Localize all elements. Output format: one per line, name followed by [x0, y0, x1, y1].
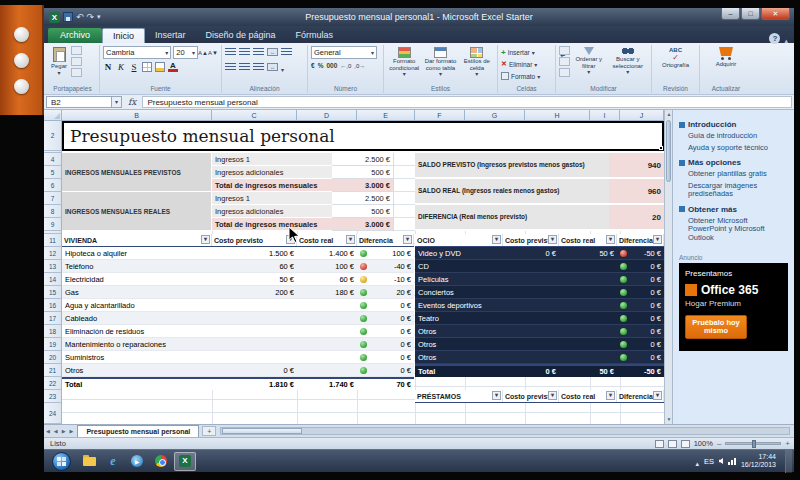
cell[interactable]: 0 € — [357, 327, 414, 336]
taskpane-link[interactable]: Ayuda y soporte técnico — [688, 144, 788, 153]
name-box[interactable]: B2 — [46, 96, 112, 108]
format-cells-button[interactable]: Formato — [501, 70, 552, 82]
cell[interactable]: Conciertos — [415, 288, 503, 297]
table-header-cell[interactable]: Diferencia — [357, 234, 414, 246]
filter-icon[interactable] — [346, 235, 355, 244]
thousands-format-icon[interactable] — [326, 62, 337, 69]
maximize-button[interactable] — [741, 8, 760, 20]
excel-app-icon[interactable]: X — [49, 12, 60, 23]
currency-format-icon[interactable] — [311, 62, 315, 69]
start-button[interactable] — [52, 452, 71, 471]
office365-ad[interactable]: Presentamos Office 365 Hogar Premium Pru… — [679, 263, 788, 351]
row-header[interactable]: 19 — [44, 338, 62, 351]
cell[interactable]: 0 € — [357, 301, 414, 310]
table-header-cell[interactable]: Diferencia — [617, 390, 664, 402]
cell[interactable]: 0 € — [617, 327, 664, 336]
conditional-formatting-button[interactable]: Formato condicional — [387, 46, 421, 78]
cell[interactable]: 0 € — [617, 275, 664, 284]
font-size-select[interactable]: 20 — [173, 46, 198, 59]
cell[interactable]: 0 € — [357, 353, 414, 362]
bezel-button[interactable] — [14, 27, 29, 42]
cell[interactable]: 2.500 € — [332, 192, 394, 205]
fx-icon[interactable]: fx — [122, 97, 142, 107]
cell[interactable]: Eliminación de residuos — [62, 327, 212, 336]
percent-format-icon[interactable] — [318, 62, 324, 69]
cut-icon[interactable] — [71, 46, 82, 55]
font-color-icon[interactable] — [168, 62, 178, 72]
cell[interactable]: 50 € — [212, 275, 297, 284]
cell[interactable]: 20 — [609, 205, 664, 231]
column-header[interactable]: F — [415, 110, 465, 121]
wrap-text-icon[interactable] — [281, 48, 292, 56]
decrease-font-icon[interactable]: A▼ — [208, 50, 218, 56]
align-top-icon[interactable] — [225, 48, 236, 56]
page-layout-view-icon[interactable] — [668, 440, 677, 448]
save-icon[interactable] — [63, 12, 73, 22]
table-row[interactable]: Otros 0 € 0 € — [62, 364, 414, 377]
column-header[interactable]: D — [297, 110, 357, 121]
taskbar-icon-explorer[interactable] — [78, 452, 100, 471]
tab-insertar[interactable]: Insertar — [145, 28, 196, 43]
taskpane-link[interactable]: Obtener Microsoft PowerPoint y Microsoft… — [688, 217, 788, 243]
row-header[interactable]: 22 — [44, 377, 62, 390]
scroll-up-icon[interactable] — [665, 110, 673, 119]
tab-formulas[interactable]: Fórmulas — [286, 28, 344, 43]
row-header[interactable]: 23 — [44, 390, 62, 403]
table-row[interactable]: Agua y alcantarillado 0 € — [62, 299, 414, 312]
column-header[interactable]: H — [525, 110, 590, 121]
cell[interactable]: 0 € — [357, 366, 414, 375]
cell[interactable]: INGRESOS MENSUALES PREVISTOS — [62, 153, 212, 192]
undo-icon[interactable] — [76, 12, 84, 22]
table-header-cell[interactable]: Costo previsto — [503, 390, 559, 402]
table-row[interactable]: Películas 0 € — [415, 273, 664, 286]
table-header-cell[interactable]: OCIO — [415, 234, 503, 246]
cell[interactable]: 60 € — [297, 275, 357, 284]
table-row[interactable]: Cableado 0 € — [62, 312, 414, 325]
minimize-button[interactable] — [721, 8, 740, 20]
table-row[interactable]: Otros 0 € — [415, 351, 664, 364]
merge-center-icon[interactable] — [267, 63, 278, 71]
table-header-cell[interactable]: Costo real — [559, 234, 617, 246]
cell[interactable]: 940 — [609, 153, 664, 179]
row-header[interactable]: 14 — [44, 273, 62, 286]
taskbar-icon-chrome[interactable] — [150, 452, 172, 471]
column-header[interactable]: J — [620, 110, 664, 121]
zoom-out-icon[interactable] — [717, 439, 721, 448]
table-row[interactable]: Suministros 0 € — [62, 351, 414, 364]
bezel-button[interactable] — [14, 53, 29, 68]
cell[interactable]: 2.500 € — [332, 153, 394, 166]
zoom-slider[interactable] — [725, 442, 781, 445]
sheet-tab[interactable]: Presupuesto mensual personal — [77, 425, 199, 437]
cell[interactable]: Hipoteca o alquiler — [62, 249, 212, 258]
number-format-select[interactable]: General — [311, 46, 377, 59]
align-left-icon[interactable] — [225, 63, 236, 71]
cell[interactable]: Otros — [415, 327, 503, 336]
normal-view-icon[interactable] — [655, 440, 664, 448]
row-header[interactable]: 21 — [44, 364, 62, 377]
cell[interactable]: 0 € — [357, 314, 414, 323]
table-header-cell[interactable]: Costo real — [297, 234, 357, 246]
bezel-button[interactable] — [14, 79, 29, 94]
zoom-slider-thumb[interactable] — [752, 440, 756, 448]
find-select-button[interactable]: Buscar y seleccionar — [607, 46, 648, 77]
table-total-row[interactable]: Total 0 € 50 € -50 € — [415, 364, 664, 377]
cell-styles-button[interactable]: Estilos de celda — [460, 46, 494, 78]
cell[interactable]: 1.400 € — [297, 249, 357, 258]
table-row[interactable]: Hipoteca o alquiler 1.500 € 1.400 € 100 … — [62, 247, 414, 260]
decrease-decimal-icon[interactable]: ,0→ — [354, 63, 365, 69]
taskbar-icon-media-player[interactable] — [126, 452, 148, 471]
align-center-icon[interactable] — [239, 63, 250, 71]
table-total-row[interactable]: Total 1.810 € 1.740 € 70 € — [62, 377, 414, 390]
row-header[interactable]: 7 — [44, 192, 62, 205]
insert-worksheet-icon[interactable] — [202, 426, 216, 436]
cell[interactable]: Total de ingresos mensuales — [212, 218, 332, 231]
cell[interactable]: Teléfono — [62, 262, 212, 271]
horizontal-scrollbar[interactable] — [220, 427, 790, 435]
cell[interactable]: 50 € — [559, 249, 617, 258]
tab-inicio[interactable]: Inicio — [102, 28, 145, 43]
cell[interactable]: Otros — [415, 353, 503, 362]
network-icon[interactable] — [728, 458, 736, 465]
table-row[interactable]: Eliminación de residuos 0 € — [62, 325, 414, 338]
cell[interactable]: SALDO PREVISTO (Ingresos previstos menos… — [415, 153, 609, 179]
cell[interactable]: 0 € — [617, 353, 664, 362]
